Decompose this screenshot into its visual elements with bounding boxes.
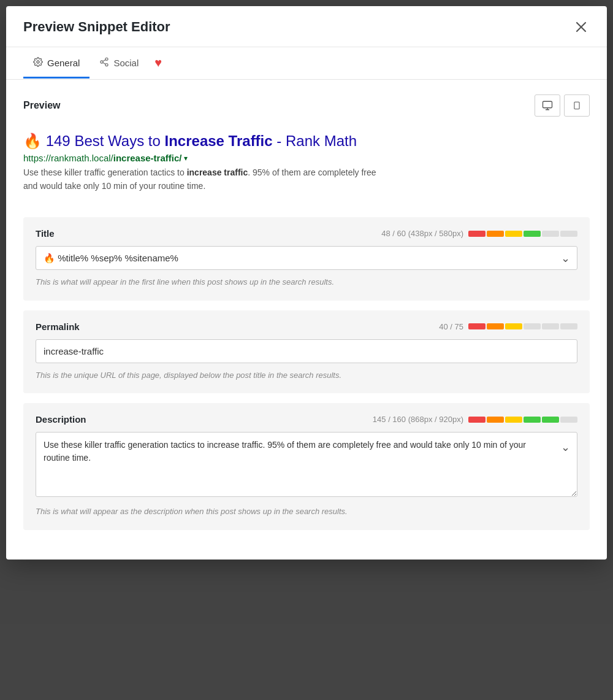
- serp-desc-bold: increase traffic: [187, 167, 248, 177]
- description-label: Description: [36, 414, 86, 425]
- title-input-wrap: ⌄: [36, 246, 577, 270]
- description-field-section: Description 145 / 160 (868px / 920px): [23, 403, 590, 530]
- title-field-header: Title 48 / 60 (438px / 580px): [36, 228, 577, 239]
- tab-heart[interactable]: ♥: [148, 47, 168, 79]
- permalink-label: Permalink: [36, 321, 80, 332]
- pbar-seg-5: [542, 323, 559, 329]
- modal-header: Preview Snippet Editor: [6, 6, 607, 47]
- title-input[interactable]: [36, 246, 577, 270]
- svg-point-3: [105, 58, 108, 60]
- device-buttons: [535, 94, 590, 117]
- dbar-seg-1: [468, 417, 485, 423]
- desktop-icon: [541, 100, 554, 111]
- serp-title-prefix: 🔥 149 Best Ways to: [23, 133, 165, 149]
- pbar-seg-3: [505, 323, 522, 329]
- heart-icon: ♥: [154, 56, 162, 70]
- serp-description: Use these killer traffic generation tact…: [23, 166, 391, 193]
- tab-social-label: Social: [113, 58, 139, 68]
- svg-point-2: [37, 61, 39, 63]
- social-icon: [99, 57, 109, 69]
- svg-point-4: [101, 61, 103, 63]
- description-count: 145 / 160 (868px / 920px): [373, 415, 463, 424]
- bar-seg-3: [505, 231, 522, 237]
- svg-point-5: [105, 63, 108, 66]
- pbar-seg-2: [487, 323, 504, 329]
- pbar-seg-1: [468, 323, 485, 329]
- desktop-view-button[interactable]: [535, 94, 560, 117]
- title-progress-bar: [468, 231, 577, 237]
- serp-preview: 🔥 149 Best Ways to Increase Traffic - Ra…: [23, 126, 590, 202]
- dbar-seg-5: [542, 417, 559, 423]
- title-label: Title: [36, 228, 55, 239]
- permalink-input[interactable]: [36, 339, 577, 363]
- serp-title-suffix: - Rank Math: [273, 133, 357, 149]
- mobile-view-button[interactable]: [564, 94, 590, 117]
- permalink-field-header: Permalink 40 / 75: [36, 321, 577, 332]
- description-field-header: Description 145 / 160 (868px / 920px): [36, 414, 577, 425]
- description-progress-bar: [468, 417, 577, 423]
- preview-section: Preview: [23, 94, 590, 202]
- serp-url: https://rankmath.local/increase-traffic/: [23, 153, 181, 163]
- mobile-icon: [573, 100, 581, 111]
- bar-seg-5: [542, 231, 559, 237]
- modal-overlay: Preview Snippet Editor General: [0, 0, 613, 700]
- serp-title: 🔥 149 Best Ways to Increase Traffic - Ra…: [23, 131, 590, 150]
- close-icon: [575, 21, 587, 33]
- preview-label: Preview: [23, 100, 60, 111]
- bar-seg-6: [560, 231, 577, 237]
- permalink-field-section: Permalink 40 / 75: [23, 310, 590, 394]
- bar-seg-1: [468, 231, 485, 237]
- permalink-hint: This is the unique URL of this page, dis…: [36, 369, 577, 382]
- pbar-seg-6: [560, 323, 577, 329]
- description-textarea-wrap: Use these killer traffic generation tact…: [36, 432, 577, 499]
- pbar-seg-4: [524, 323, 541, 329]
- serp-title-bold: Increase Traffic: [165, 133, 273, 149]
- tab-general-label: General: [47, 58, 80, 68]
- permalink-meta: 40 / 75: [439, 322, 577, 331]
- title-meta: 48 / 60 (438px / 580px): [381, 229, 577, 238]
- modal-title: Preview Snippet Editor: [23, 19, 170, 35]
- serp-url-highlight: increase-traffic/: [113, 153, 182, 163]
- svg-line-7: [103, 60, 106, 61]
- bar-seg-2: [487, 231, 504, 237]
- description-textarea[interactable]: Use these killer traffic generation tact…: [36, 432, 577, 497]
- tab-general[interactable]: General: [23, 48, 89, 79]
- tabs-bar: General Social ♥: [6, 47, 607, 80]
- dbar-seg-6: [560, 417, 577, 423]
- tab-social[interactable]: Social: [89, 48, 148, 79]
- preview-snippet-editor-modal: Preview Snippet Editor General: [6, 6, 607, 560]
- description-meta: 145 / 160 (868px / 920px): [373, 415, 577, 424]
- title-count: 48 / 60 (438px / 580px): [381, 229, 463, 238]
- dbar-seg-2: [487, 417, 504, 423]
- serp-desc-text: Use these killer traffic generation tact…: [23, 167, 187, 177]
- close-button[interactable]: [573, 18, 590, 36]
- title-hint: This is what will appear in the first li…: [36, 276, 577, 288]
- serp-url-base: https://rankmath.local/: [23, 153, 113, 163]
- serp-url-arrow: ▾: [184, 154, 188, 163]
- bar-seg-4: [524, 231, 541, 237]
- permalink-progress-bar: [468, 323, 577, 329]
- svg-rect-8: [543, 101, 552, 108]
- permalink-count: 40 / 75: [439, 322, 463, 331]
- svg-rect-11: [574, 102, 579, 109]
- modal-body: Preview: [6, 80, 607, 560]
- serp-url-row: https://rankmath.local/increase-traffic/…: [23, 153, 590, 163]
- permalink-input-wrap: [36, 339, 577, 363]
- dbar-seg-4: [524, 417, 541, 423]
- dbar-seg-3: [505, 417, 522, 423]
- description-hint: This is what will appear as the descript…: [36, 506, 577, 518]
- preview-header: Preview: [23, 94, 590, 117]
- svg-line-6: [103, 63, 106, 64]
- title-field-section: Title 48 / 60 (438px / 580px): [23, 217, 590, 301]
- gear-icon: [33, 57, 43, 69]
